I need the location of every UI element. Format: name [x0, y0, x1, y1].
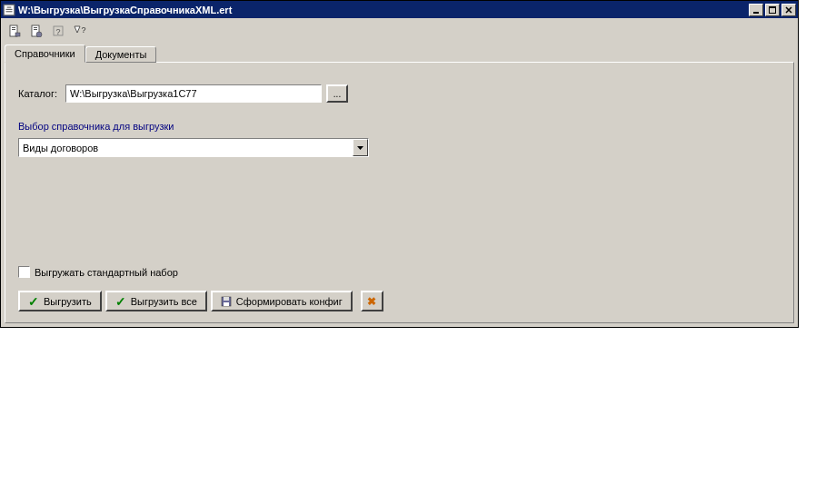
- svg-rect-13: [34, 29, 37, 30]
- tab-documents[interactable]: Документы: [85, 46, 157, 63]
- catalog-input[interactable]: [65, 84, 322, 103]
- help-icon[interactable]: ?: [50, 23, 66, 39]
- maximize-button[interactable]: [765, 4, 780, 16]
- catalog-row: Каталог: ...: [18, 84, 781, 103]
- browse-button[interactable]: ...: [326, 84, 348, 103]
- context-help-icon[interactable]: ?: [72, 23, 88, 39]
- check-icon: ✓: [28, 296, 39, 307]
- svg-rect-3: [6, 11, 13, 12]
- svg-rect-8: [12, 27, 15, 28]
- check-icon: ✓: [115, 296, 126, 307]
- checkbox-row: Выгружать стандартный набор: [18, 266, 781, 278]
- action-row: ✓ Выгрузить ✓ Выгрузить все Сформировать…: [18, 291, 781, 311]
- svg-rect-12: [34, 27, 37, 28]
- form-alt-icon[interactable]: [28, 23, 45, 39]
- window-controls: [747, 4, 796, 16]
- svg-rect-10: [15, 33, 20, 36]
- combo-dropdown-button[interactable]: [353, 139, 368, 156]
- svg-rect-19: [224, 297, 229, 301]
- tab-panel: Каталог: ... Выбор справочника для выгру…: [5, 62, 794, 323]
- svg-rect-6: [769, 6, 776, 8]
- export-button-label: Выгрузить: [44, 296, 92, 307]
- window-title: W:\Выгрузка\ВыгрузкаСправочникаXML.ert: [18, 5, 747, 15]
- svg-rect-20: [224, 302, 229, 306]
- export-all-button-label: Выгрузить все: [131, 296, 197, 307]
- app-icon: [3, 4, 15, 16]
- svg-rect-4: [753, 12, 759, 14]
- standard-set-label: Выгружать стандартный набор: [35, 267, 178, 278]
- catalog-label: Каталог:: [18, 88, 65, 99]
- close-button[interactable]: [781, 4, 796, 16]
- section-title: Выбор справочника для выгрузки: [18, 121, 781, 132]
- svg-text:?: ?: [81, 25, 85, 35]
- export-all-button[interactable]: ✓ Выгрузить все: [105, 291, 207, 311]
- form-config-button-label: Сформировать конфиг: [236, 296, 343, 307]
- form-icon[interactable]: [6, 23, 23, 39]
- tab-strip: Справочники Документы: [1, 44, 798, 63]
- svg-rect-1: [7, 6, 12, 7]
- titlebar: W:\Выгрузка\ВыгрузкаСправочникаXML.ert: [1, 1, 798, 18]
- app-window: W:\Выгрузка\ВыгрузкаСправочникаXML.ert ?…: [0, 0, 799, 328]
- disk-icon: [221, 296, 232, 307]
- toolbar: ? ?: [1, 18, 798, 44]
- svg-point-14: [36, 32, 42, 37]
- reference-combo[interactable]: [18, 138, 369, 157]
- minimize-button[interactable]: [749, 4, 763, 16]
- export-button[interactable]: ✓ Выгрузить: [18, 291, 102, 311]
- svg-rect-2: [6, 8, 13, 9]
- close-action-button[interactable]: ✖: [361, 291, 383, 311]
- reference-combo-text[interactable]: [19, 139, 353, 156]
- svg-text:?: ?: [55, 27, 60, 36]
- chevron-down-icon: [357, 146, 363, 150]
- standard-set-checkbox[interactable]: [18, 266, 30, 278]
- svg-rect-9: [12, 29, 15, 30]
- close-icon: ✖: [367, 295, 376, 308]
- tab-references[interactable]: Справочники: [5, 44, 85, 63]
- form-config-button[interactable]: Сформировать конфиг: [211, 291, 353, 311]
